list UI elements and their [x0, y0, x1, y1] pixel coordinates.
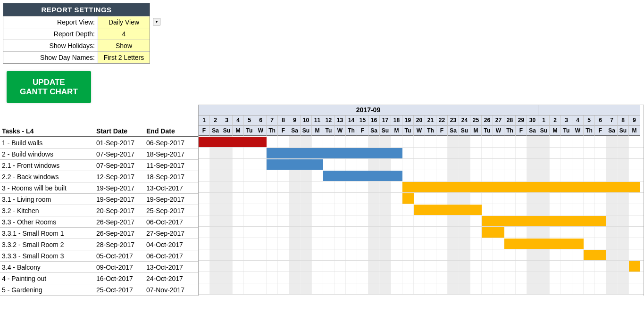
gantt-day-cell: [244, 148, 255, 158]
task-row[interactable]: 2.2 - Back windows12-Sep-201718-Sep-2017: [0, 171, 198, 182]
gantt-bar[interactable]: [323, 171, 402, 181]
settings-row-label: Report Depth:: [3, 28, 98, 40]
day-name: Sa: [448, 126, 459, 136]
task-row[interactable]: 3.3.1 - Small Room 126-Sep-201727-Sep-20…: [0, 228, 198, 239]
gantt-day-cell: [572, 283, 584, 294]
gantt-bar[interactable]: [199, 137, 267, 147]
gantt-day-cell: [312, 227, 323, 238]
gantt-day-cell: [504, 283, 516, 294]
end-date-header: End Date: [144, 126, 198, 136]
gantt-day-cell: [584, 170, 595, 181]
gantt-day-cell: [584, 272, 595, 283]
task-start-date: 25-Oct-2017: [94, 285, 144, 295]
gantt-day-cell: [527, 148, 538, 158]
gantt-day-cell: [233, 170, 244, 181]
gantt-bar[interactable]: [482, 227, 504, 238]
gantt-bar[interactable]: [482, 216, 606, 226]
gantt-day-cell: [414, 136, 425, 147]
gantt-bar[interactable]: [402, 182, 640, 192]
gantt-bar[interactable]: [267, 159, 323, 170]
gantt-day-cell: [527, 170, 538, 181]
gantt-day-cell: [448, 159, 459, 170]
gantt-day-cell: [221, 204, 233, 215]
task-row[interactable]: 3.3.3 - Small Room 305-Oct-201706-Oct-20…: [0, 250, 198, 262]
gantt-day-cell: [459, 136, 470, 147]
gantt-day-cell: [323, 283, 335, 294]
task-row[interactable]: 3.3 - Other Rooms26-Sep-201706-Oct-2017: [0, 216, 198, 228]
gantt-day-cell: [267, 170, 278, 181]
gantt-day-cell: [516, 261, 527, 272]
gantt-day-cell: [561, 283, 572, 294]
day-name: W: [493, 126, 504, 136]
task-row[interactable]: 3.3.2 - Small Room 228-Sep-201704-Oct-20…: [0, 239, 198, 250]
gantt-day-cell: [402, 204, 414, 215]
gantt-day-cell: [244, 182, 255, 192]
task-end-date: 13-Oct-2017: [144, 183, 198, 193]
gantt-day-cell: [221, 238, 233, 249]
settings-row-value[interactable]: 4: [98, 28, 150, 40]
gantt-day-cell: [289, 261, 301, 272]
gantt-day-cell: [380, 136, 391, 147]
gantt-day-cell: [267, 227, 278, 238]
gantt-day-cell: [584, 227, 595, 238]
gantt-day-cell: [301, 238, 312, 249]
gantt-day-cell: [210, 238, 221, 249]
gantt-day-cell: [436, 272, 448, 283]
settings-row-value[interactable]: Daily View: [98, 16, 150, 28]
gantt-bar[interactable]: [629, 261, 640, 272]
gantt-row: [199, 249, 644, 261]
task-start-date: 16-Oct-2017: [94, 273, 144, 284]
update-gantt-chart-button[interactable]: UPDATE GANTT CHART: [7, 71, 91, 103]
day-number: 22: [436, 116, 448, 126]
task-row[interactable]: 3.1 - Living room19-Sep-201719-Sep-2017: [0, 194, 198, 205]
gantt-day-cell: [221, 170, 233, 181]
month-header-row: 2017-09: [199, 105, 644, 116]
gantt-day-cell: [244, 215, 255, 226]
task-row[interactable]: 3 - Rooms will be built19-Sep-201713-Oct…: [0, 182, 198, 194]
gantt-day-cell: [402, 215, 414, 226]
task-row[interactable]: 5 - Gardening25-Oct-201707-Nov-2017: [0, 284, 198, 296]
gantt-day-cell: [482, 272, 493, 283]
gantt-day-cell: [357, 204, 368, 215]
gantt-day-cell: [233, 227, 244, 238]
gantt-day-cell: [380, 249, 391, 260]
gantt-day-cell: [301, 170, 312, 181]
report-view-dropdown[interactable]: ▾: [153, 18, 160, 25]
gantt-day-cell: [221, 261, 233, 272]
settings-row-value[interactable]: Show: [98, 40, 150, 51]
task-row[interactable]: 3.4 - Balcony09-Oct-201713-Oct-2017: [0, 262, 198, 273]
task-row[interactable]: 4 - Painting out16-Oct-201724-Oct-2017: [0, 273, 198, 284]
gantt-bar[interactable]: [504, 239, 584, 249]
task-row[interactable]: 2.1 - Front windows07-Sep-201711-Sep-201…: [0, 160, 198, 171]
gantt-day-cell: [357, 249, 368, 260]
task-columns: Tasks - L4 Start Date End Date 1 - Build…: [0, 105, 198, 296]
gantt-day-cell: [278, 136, 289, 147]
task-row[interactable]: 3.2 - Kitchen20-Sep-201725-Sep-2017: [0, 205, 198, 216]
gantt-day-cell: [380, 159, 391, 170]
day-number: 5: [244, 116, 255, 126]
gantt-bar[interactable]: [414, 205, 482, 215]
gantt-day-cell: [561, 249, 572, 260]
day-name: M: [312, 126, 323, 136]
gantt-day-cell: [550, 193, 561, 204]
day-name: Th: [346, 126, 357, 136]
day-number: 23: [448, 116, 459, 126]
gantt-bar[interactable]: [402, 193, 414, 204]
gantt-day-cell: [550, 283, 561, 294]
settings-row-value[interactable]: First 2 Letters: [98, 52, 150, 63]
gantt-bar[interactable]: [584, 250, 606, 260]
gantt-day-cell: [255, 283, 267, 294]
gantt-day-cell: [335, 272, 346, 283]
gantt-day-cell: [312, 283, 323, 294]
task-row[interactable]: 2 - Build windows07-Sep-201718-Sep-2017: [0, 148, 198, 160]
gantt-bar[interactable]: [267, 148, 402, 158]
gantt-day-cell: [584, 238, 595, 249]
gantt-day-cell: [199, 193, 210, 204]
gantt-day-cell: [482, 261, 493, 272]
gantt-day-cell: [572, 227, 584, 238]
gantt-row: [199, 193, 644, 204]
task-name: 3.2 - Kitchen: [0, 206, 94, 216]
task-row[interactable]: 1 - Build walls01-Sep-201706-Sep-2017: [0, 137, 198, 148]
day-name: M: [550, 126, 561, 136]
day-name: Th: [425, 126, 436, 136]
